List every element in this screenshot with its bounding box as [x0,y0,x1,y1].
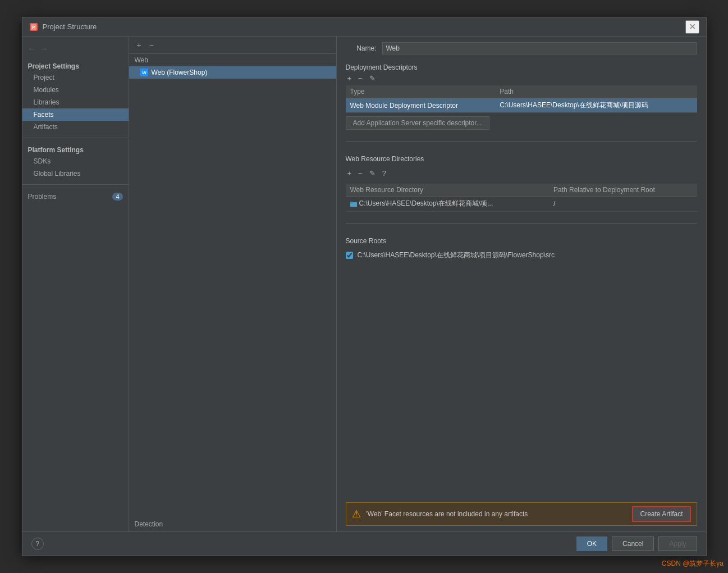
dd-col-path: Path [495,85,697,98]
app-icon: P [29,22,38,31]
right-content: Name: Deployment Descriptors + − ✎ Typ [337,37,706,531]
svg-text:P: P [32,25,35,30]
help-button[interactable]: ? [31,538,44,550]
middle-panel: + − Web W Web (FlowerShop) Detection [129,37,337,531]
sidebar-divider [22,138,129,138]
warning-icon: ⚠ [352,508,361,520]
name-row: Name: [346,42,697,54]
sidebar-item-global-libraries-label: Global Libraries [34,170,81,178]
wr-edit-button[interactable]: ✎ [368,169,377,178]
forward-arrow[interactable]: → [39,43,49,54]
nav-arrows: ← → [22,41,129,59]
platform-settings-label: Platform Settings [22,143,129,155]
wr-toolbar: + − ✎ ? [346,169,697,178]
sidebar-item-libraries[interactable]: Libraries [22,96,129,108]
project-structure-dialog: P Project Structure ✕ ← → Project Settin… [22,17,707,556]
dd-toolbar: + − ✎ [346,74,697,83]
sidebar-item-artifacts[interactable]: Artifacts [22,121,129,133]
add-descriptor-button[interactable]: Add Application Server specific descript… [346,116,489,130]
dialog-footer: ? OK Cancel Apply [22,531,706,556]
dd-edit-button[interactable]: ✎ [368,74,377,83]
sidebar-nav: ← → Project Settings Project Modules Lib… [22,37,129,208]
web-resource-section: Web Resource Directories + − ✎ ? Web Res… [346,153,697,212]
wr-row[interactable]: C:\Users\HASEE\Desktop\在线鲜花商城\项... / [346,197,697,212]
watermark: CSDN @筑梦子长ya [662,559,724,569]
wr-add-button[interactable]: + [346,169,354,178]
ok-button[interactable]: OK [576,536,607,551]
create-artifact-button[interactable]: Create Artifact [632,506,690,522]
sidebar-item-modules-label: Modules [34,86,59,94]
footer-right: OK Cancel Apply [576,536,697,551]
sidebar: ← → Project Settings Project Modules Lib… [22,37,129,531]
name-label: Name: [346,44,377,52]
problems-badge: 4 [112,193,122,201]
sidebar-item-sdks[interactable]: SDKs [22,155,129,167]
warning-text: 'Web' Facet resources are not included i… [367,510,627,518]
deployment-descriptors-table: Type Path Web Module Deployment Descript… [346,85,697,113]
facet-item-web-flowershop-label: Web (FlowerShop) [152,69,208,76]
svg-text:W: W [142,70,146,75]
apply-button[interactable]: Apply [658,536,697,551]
sidebar-item-facets-label: Facets [34,111,54,119]
facet-list: W Web (FlowerShop) [129,66,336,517]
dd-remove-button[interactable]: − [356,74,364,83]
section-divider-2 [346,223,697,224]
close-button[interactable]: ✕ [685,20,699,34]
dialog-body: ← → Project Settings Project Modules Lib… [22,37,706,531]
detection-label: Detection [129,517,336,531]
problems-label: Problems [28,193,57,201]
right-panel: Name: Deployment Descriptors + − ✎ Typ [337,37,706,531]
sidebar-item-global-libraries[interactable]: Global Libraries [22,167,129,180]
sidebar-item-sdks-label: SDKs [34,157,51,165]
project-settings-label: Project Settings [22,59,129,71]
sidebar-item-modules[interactable]: Modules [22,84,129,96]
web-resource-table: Web Resource Directory Path Relative to … [346,184,697,212]
dd-cell-type: Web Module Deployment Descriptor [346,98,496,113]
dd-cell-path: C:\Users\HASEE\Desktop\在线鲜花商城\项目源码 [495,98,697,113]
source-roots-label: Source Roots [346,237,697,245]
warning-bar: ⚠ 'Web' Facet resources are not included… [346,502,697,526]
footer-left: ? [31,538,44,550]
wr-col-path: Path Relative to Deployment Root [549,184,697,197]
sidebar-item-artifacts-label: Artifacts [34,123,58,131]
svg-rect-6 [350,202,353,203]
dialog-title: Project Structure [43,22,97,31]
web-section-label: Web [129,54,336,66]
facet-item-web-flowershop[interactable]: W Web (FlowerShop) [129,66,336,79]
source-roots-section: Source Roots C:\Users\HASEE\Desktop\在线鲜花… [346,235,697,260]
sidebar-item-facets[interactable]: Facets [22,108,129,121]
sidebar-item-project-label: Project [34,74,54,81]
section-divider-1 [346,141,697,142]
name-input[interactable] [382,42,697,54]
dd-col-type: Type [346,85,496,98]
source-root-path: C:\Users\HASEE\Desktop\在线鲜花商城\项目源码\Flowe… [358,251,555,260]
folder-icon [350,201,357,207]
sidebar-item-project[interactable]: Project [22,71,129,84]
wr-remove-button[interactable]: − [356,169,364,178]
dd-add-button[interactable]: + [346,74,354,83]
wr-cell-path: / [549,197,697,212]
source-root-checkbox[interactable] [346,252,353,259]
sidebar-item-libraries-label: Libraries [34,98,59,106]
source-root-row: C:\Users\HASEE\Desktop\在线鲜花商城\项目源码\Flowe… [346,251,697,260]
middle-toolbar: + − [129,37,336,54]
wr-col-directory: Web Resource Directory [346,184,550,197]
sidebar-divider-2 [22,184,129,185]
wr-cell-directory: C:\Users\HASEE\Desktop\在线鲜花商城\项... [346,197,550,212]
add-facet-button[interactable]: + [135,40,144,50]
wr-help-button[interactable]: ? [381,169,388,178]
deployment-descriptors-label: Deployment Descriptors [346,63,697,71]
title-bar: P Project Structure ✕ [22,17,706,37]
cancel-button[interactable]: Cancel [612,536,654,551]
title-bar-left: P Project Structure [29,22,97,31]
dd-row[interactable]: Web Module Deployment Descriptor C:\User… [346,98,697,113]
deployment-descriptors-section: Deployment Descriptors + − ✎ Type Path [346,61,697,130]
back-arrow[interactable]: ← [27,43,37,54]
web-resource-label: Web Resource Directories [346,155,697,163]
web-facet-icon: W [140,69,148,76]
remove-facet-button[interactable]: − [147,40,156,50]
sidebar-item-problems[interactable]: Problems 4 [22,189,129,204]
